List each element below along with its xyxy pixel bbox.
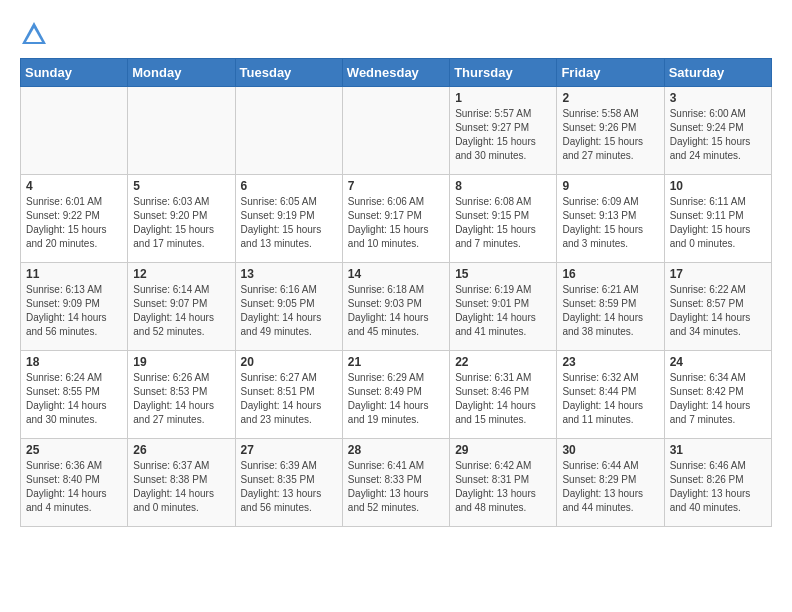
day-number: 28 xyxy=(348,443,444,457)
day-number: 24 xyxy=(670,355,766,369)
calendar-cell: 22Sunrise: 6:31 AM Sunset: 8:46 PM Dayli… xyxy=(450,351,557,439)
calendar-cell: 9Sunrise: 6:09 AM Sunset: 9:13 PM Daylig… xyxy=(557,175,664,263)
col-header-saturday: Saturday xyxy=(664,59,771,87)
day-info: Sunrise: 6:22 AM Sunset: 8:57 PM Dayligh… xyxy=(670,283,766,339)
day-number: 20 xyxy=(241,355,337,369)
day-info: Sunrise: 6:00 AM Sunset: 9:24 PM Dayligh… xyxy=(670,107,766,163)
calendar-cell: 27Sunrise: 6:39 AM Sunset: 8:35 PM Dayli… xyxy=(235,439,342,527)
day-info: Sunrise: 6:29 AM Sunset: 8:49 PM Dayligh… xyxy=(348,371,444,427)
day-info: Sunrise: 6:18 AM Sunset: 9:03 PM Dayligh… xyxy=(348,283,444,339)
col-header-sunday: Sunday xyxy=(21,59,128,87)
day-info: Sunrise: 6:06 AM Sunset: 9:17 PM Dayligh… xyxy=(348,195,444,251)
calendar-cell: 15Sunrise: 6:19 AM Sunset: 9:01 PM Dayli… xyxy=(450,263,557,351)
day-number: 23 xyxy=(562,355,658,369)
day-number: 12 xyxy=(133,267,229,281)
day-number: 14 xyxy=(348,267,444,281)
day-number: 5 xyxy=(133,179,229,193)
day-number: 21 xyxy=(348,355,444,369)
calendar-cell: 31Sunrise: 6:46 AM Sunset: 8:26 PM Dayli… xyxy=(664,439,771,527)
calendar-cell: 11Sunrise: 6:13 AM Sunset: 9:09 PM Dayli… xyxy=(21,263,128,351)
day-info: Sunrise: 6:41 AM Sunset: 8:33 PM Dayligh… xyxy=(348,459,444,515)
week-row-5: 25Sunrise: 6:36 AM Sunset: 8:40 PM Dayli… xyxy=(21,439,772,527)
day-number: 27 xyxy=(241,443,337,457)
day-number: 30 xyxy=(562,443,658,457)
week-row-2: 4Sunrise: 6:01 AM Sunset: 9:22 PM Daylig… xyxy=(21,175,772,263)
calendar-cell: 4Sunrise: 6:01 AM Sunset: 9:22 PM Daylig… xyxy=(21,175,128,263)
day-number: 4 xyxy=(26,179,122,193)
day-info: Sunrise: 6:34 AM Sunset: 8:42 PM Dayligh… xyxy=(670,371,766,427)
calendar-cell: 29Sunrise: 6:42 AM Sunset: 8:31 PM Dayli… xyxy=(450,439,557,527)
day-info: Sunrise: 6:42 AM Sunset: 8:31 PM Dayligh… xyxy=(455,459,551,515)
calendar-cell: 20Sunrise: 6:27 AM Sunset: 8:51 PM Dayli… xyxy=(235,351,342,439)
day-info: Sunrise: 6:11 AM Sunset: 9:11 PM Dayligh… xyxy=(670,195,766,251)
calendar-cell: 2Sunrise: 5:58 AM Sunset: 9:26 PM Daylig… xyxy=(557,87,664,175)
calendar-cell: 16Sunrise: 6:21 AM Sunset: 8:59 PM Dayli… xyxy=(557,263,664,351)
calendar-cell xyxy=(128,87,235,175)
calendar-table: SundayMondayTuesdayWednesdayThursdayFrid… xyxy=(20,58,772,527)
calendar-cell: 5Sunrise: 6:03 AM Sunset: 9:20 PM Daylig… xyxy=(128,175,235,263)
day-number: 7 xyxy=(348,179,444,193)
day-info: Sunrise: 6:36 AM Sunset: 8:40 PM Dayligh… xyxy=(26,459,122,515)
calendar-cell: 10Sunrise: 6:11 AM Sunset: 9:11 PM Dayli… xyxy=(664,175,771,263)
day-info: Sunrise: 6:31 AM Sunset: 8:46 PM Dayligh… xyxy=(455,371,551,427)
day-number: 18 xyxy=(26,355,122,369)
day-info: Sunrise: 6:46 AM Sunset: 8:26 PM Dayligh… xyxy=(670,459,766,515)
col-header-wednesday: Wednesday xyxy=(342,59,449,87)
day-number: 17 xyxy=(670,267,766,281)
day-info: Sunrise: 6:13 AM Sunset: 9:09 PM Dayligh… xyxy=(26,283,122,339)
day-number: 26 xyxy=(133,443,229,457)
day-info: Sunrise: 6:03 AM Sunset: 9:20 PM Dayligh… xyxy=(133,195,229,251)
calendar-cell: 30Sunrise: 6:44 AM Sunset: 8:29 PM Dayli… xyxy=(557,439,664,527)
day-info: Sunrise: 6:44 AM Sunset: 8:29 PM Dayligh… xyxy=(562,459,658,515)
day-info: Sunrise: 6:37 AM Sunset: 8:38 PM Dayligh… xyxy=(133,459,229,515)
calendar-cell xyxy=(342,87,449,175)
day-info: Sunrise: 5:57 AM Sunset: 9:27 PM Dayligh… xyxy=(455,107,551,163)
day-number: 9 xyxy=(562,179,658,193)
week-row-3: 11Sunrise: 6:13 AM Sunset: 9:09 PM Dayli… xyxy=(21,263,772,351)
calendar-cell: 14Sunrise: 6:18 AM Sunset: 9:03 PM Dayli… xyxy=(342,263,449,351)
day-info: Sunrise: 6:24 AM Sunset: 8:55 PM Dayligh… xyxy=(26,371,122,427)
calendar-cell: 17Sunrise: 6:22 AM Sunset: 8:57 PM Dayli… xyxy=(664,263,771,351)
col-header-monday: Monday xyxy=(128,59,235,87)
page-header xyxy=(20,20,772,48)
calendar-cell: 18Sunrise: 6:24 AM Sunset: 8:55 PM Dayli… xyxy=(21,351,128,439)
day-number: 15 xyxy=(455,267,551,281)
calendar-cell xyxy=(235,87,342,175)
calendar-cell: 28Sunrise: 6:41 AM Sunset: 8:33 PM Dayli… xyxy=(342,439,449,527)
day-number: 19 xyxy=(133,355,229,369)
day-number: 2 xyxy=(562,91,658,105)
calendar-cell: 25Sunrise: 6:36 AM Sunset: 8:40 PM Dayli… xyxy=(21,439,128,527)
day-info: Sunrise: 6:32 AM Sunset: 8:44 PM Dayligh… xyxy=(562,371,658,427)
day-info: Sunrise: 6:09 AM Sunset: 9:13 PM Dayligh… xyxy=(562,195,658,251)
calendar-cell xyxy=(21,87,128,175)
week-row-1: 1Sunrise: 5:57 AM Sunset: 9:27 PM Daylig… xyxy=(21,87,772,175)
calendar-cell: 7Sunrise: 6:06 AM Sunset: 9:17 PM Daylig… xyxy=(342,175,449,263)
logo xyxy=(20,20,52,48)
day-number: 22 xyxy=(455,355,551,369)
day-info: Sunrise: 6:14 AM Sunset: 9:07 PM Dayligh… xyxy=(133,283,229,339)
calendar-cell: 1Sunrise: 5:57 AM Sunset: 9:27 PM Daylig… xyxy=(450,87,557,175)
day-info: Sunrise: 6:05 AM Sunset: 9:19 PM Dayligh… xyxy=(241,195,337,251)
calendar-cell: 3Sunrise: 6:00 AM Sunset: 9:24 PM Daylig… xyxy=(664,87,771,175)
calendar-cell: 8Sunrise: 6:08 AM Sunset: 9:15 PM Daylig… xyxy=(450,175,557,263)
day-number: 8 xyxy=(455,179,551,193)
day-number: 16 xyxy=(562,267,658,281)
day-number: 10 xyxy=(670,179,766,193)
calendar-cell: 19Sunrise: 6:26 AM Sunset: 8:53 PM Dayli… xyxy=(128,351,235,439)
day-number: 11 xyxy=(26,267,122,281)
day-info: Sunrise: 6:26 AM Sunset: 8:53 PM Dayligh… xyxy=(133,371,229,427)
calendar-cell: 26Sunrise: 6:37 AM Sunset: 8:38 PM Dayli… xyxy=(128,439,235,527)
calendar-cell: 24Sunrise: 6:34 AM Sunset: 8:42 PM Dayli… xyxy=(664,351,771,439)
day-info: Sunrise: 6:27 AM Sunset: 8:51 PM Dayligh… xyxy=(241,371,337,427)
day-info: Sunrise: 6:19 AM Sunset: 9:01 PM Dayligh… xyxy=(455,283,551,339)
day-number: 13 xyxy=(241,267,337,281)
day-info: Sunrise: 5:58 AM Sunset: 9:26 PM Dayligh… xyxy=(562,107,658,163)
header-row: SundayMondayTuesdayWednesdayThursdayFrid… xyxy=(21,59,772,87)
day-number: 31 xyxy=(670,443,766,457)
calendar-cell: 6Sunrise: 6:05 AM Sunset: 9:19 PM Daylig… xyxy=(235,175,342,263)
calendar-cell: 13Sunrise: 6:16 AM Sunset: 9:05 PM Dayli… xyxy=(235,263,342,351)
day-info: Sunrise: 6:08 AM Sunset: 9:15 PM Dayligh… xyxy=(455,195,551,251)
col-header-tuesday: Tuesday xyxy=(235,59,342,87)
week-row-4: 18Sunrise: 6:24 AM Sunset: 8:55 PM Dayli… xyxy=(21,351,772,439)
day-info: Sunrise: 6:21 AM Sunset: 8:59 PM Dayligh… xyxy=(562,283,658,339)
